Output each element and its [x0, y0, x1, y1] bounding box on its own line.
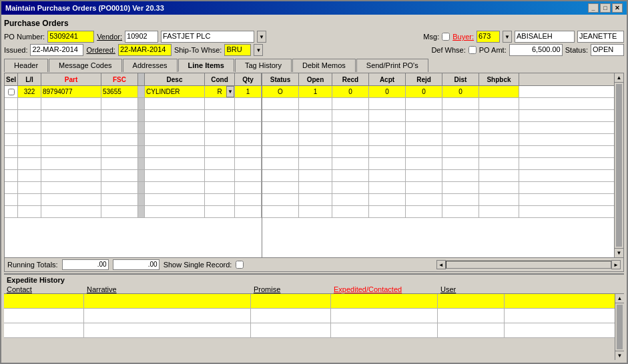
table-row[interactable] [262, 158, 614, 170]
exp-scroll-up[interactable]: ▲ [615, 294, 624, 303]
vertical-scrollbar[interactable]: ▲ ▼ [614, 73, 623, 257]
exp-cell-user-2 [438, 309, 505, 323]
close-btn[interactable]: ✕ [612, 3, 623, 13]
buyer-last-field[interactable]: JEANETTE [577, 31, 624, 43]
vendor-dropdown[interactable]: ▼ [257, 31, 266, 43]
exp-row-3[interactable] [4, 323, 615, 338]
table-row[interactable] [262, 194, 614, 206]
cell-sel-1 [5, 86, 18, 97]
table-row[interactable] [5, 122, 262, 134]
exp-scroll-down[interactable]: ▼ [615, 351, 624, 360]
col-qty: Qty [235, 73, 262, 85]
scroll-thumb[interactable] [616, 84, 622, 247]
ship-to-whse-field[interactable]: BRU [224, 44, 251, 56]
table-row[interactable] [5, 182, 262, 194]
tab-message-codes[interactable]: Message Codes [49, 59, 122, 72]
table-row[interactable]: 322 89794077 53655 CYLINDER R ▼ 1 [5, 86, 262, 98]
col-open: Open [299, 73, 332, 85]
tab-debit-memos[interactable]: Debit Memos [292, 59, 356, 72]
expedite-grid [4, 294, 615, 360]
vendor-id: 10902 [127, 32, 147, 40]
buyer-dropdown[interactable]: ▼ [503, 31, 512, 43]
exp-row-2[interactable] [4, 309, 615, 323]
table-row[interactable] [5, 158, 262, 170]
table-row[interactable] [5, 146, 262, 158]
tab-addresses[interactable]: Addresses [123, 59, 178, 72]
def-whse-label: Def Whse: [431, 46, 465, 54]
col-shpbck: Shpbck [479, 73, 519, 85]
col-acpt: Acpt [369, 73, 406, 85]
table-row[interactable]: O 1 0 0 0 0 [262, 86, 614, 98]
table-row[interactable] [262, 134, 614, 146]
maximize-btn[interactable]: □ [600, 3, 611, 13]
tab-header[interactable]: Header [4, 59, 48, 72]
vendor-name: FASTJET PLC [163, 32, 210, 40]
exp-cell-expedited-1 [331, 294, 438, 308]
scroll-up-btn[interactable]: ▲ [615, 73, 623, 83]
col-cond: Cond [205, 73, 235, 85]
exp-col-promise: Promise [254, 285, 334, 293]
po-amt-label: PO Amt: [479, 46, 507, 54]
cell-acpt-1: 0 [369, 86, 406, 97]
table-row[interactable] [5, 134, 262, 146]
expedite-section: Expedite History Contact Narrative Promi… [4, 273, 624, 360]
tab-tag-history[interactable]: Tag History [235, 59, 292, 72]
buyer-label: Buyer: [452, 33, 474, 41]
expedite-scrollbar[interactable]: ▲ ▼ [615, 294, 624, 360]
issued-field[interactable]: 22-MAR-2014 [30, 44, 83, 56]
cell-open-1: 1 [299, 86, 332, 97]
tab-bar: Header Message Codes Addresses Line Item… [4, 59, 624, 72]
po-number-field[interactable]: 5309241 [47, 31, 94, 43]
vendor-name-field[interactable]: FASTJET PLC [161, 31, 254, 43]
tab-line-items[interactable]: Line Items [178, 59, 234, 72]
col-li: L/I [18, 73, 41, 85]
show-single-checkbox[interactable] [236, 261, 244, 269]
minimize-btn[interactable]: _ [588, 3, 599, 13]
col-rejd: Rejd [406, 73, 442, 85]
issued-value: 22-MAR-2014 [32, 45, 77, 53]
table-row[interactable] [5, 194, 262, 206]
vendor-id-field[interactable]: 10902 [125, 31, 158, 43]
buyer-first-field[interactable]: ABISALEH [515, 31, 575, 43]
row-checkbox[interactable] [8, 89, 15, 95]
exp-col-narrative: Narrative [87, 285, 254, 293]
col-part: Part [41, 73, 101, 85]
col-dist: Dist [442, 73, 479, 85]
table-row[interactable] [262, 122, 614, 134]
table-row[interactable] [262, 110, 614, 122]
hscroll-right-btn[interactable]: ► [611, 260, 621, 269]
exp-cell-narrative-2 [84, 309, 251, 323]
hscroll-left-btn[interactable]: ◄ [436, 260, 446, 269]
table-row[interactable] [262, 182, 614, 194]
table-row[interactable] [5, 206, 262, 218]
exp-cell-promise-1 [251, 294, 331, 308]
msg-checkbox[interactable] [442, 33, 450, 41]
table-row[interactable] [5, 110, 262, 122]
col-sep [138, 73, 145, 85]
grid-left-headers: Sel L/I Part FSC Desc Cond Qty [5, 73, 262, 86]
po-number-label: PO Number: [4, 33, 45, 41]
table-row[interactable] [5, 170, 262, 182]
cond-dropdown[interactable]: ▼ [226, 86, 234, 97]
table-row[interactable] [262, 146, 614, 158]
tab-send-print[interactable]: Send/Print PO's [356, 59, 428, 72]
scroll-down-btn[interactable]: ▼ [615, 248, 623, 257]
exp-row-1[interactable] [4, 294, 615, 309]
def-whse-checkbox[interactable] [468, 46, 477, 54]
total2-field: .00 [113, 259, 160, 270]
table-row[interactable] [5, 98, 262, 110]
buyer-id-field[interactable]: 673 [477, 31, 500, 43]
table-row[interactable] [262, 170, 614, 182]
exp-col-contact: Contact [7, 285, 87, 293]
col-recd: Recd [332, 73, 369, 85]
table-row[interactable] [262, 206, 614, 218]
ordered-field[interactable]: 22-MAR-2014 [118, 44, 172, 56]
ship-whse-dropdown[interactable]: ▼ [254, 44, 263, 56]
table-row[interactable] [262, 98, 614, 110]
exp-scroll-thumb[interactable] [617, 305, 623, 349]
grid-right-rows: O 1 0 0 0 0 [262, 86, 614, 257]
status-label: Status: [565, 46, 588, 54]
po-number-value: 5309241 [49, 32, 78, 40]
horizontal-scrollbar-track[interactable] [446, 261, 611, 269]
cell-rejd-1: 0 [406, 86, 442, 97]
